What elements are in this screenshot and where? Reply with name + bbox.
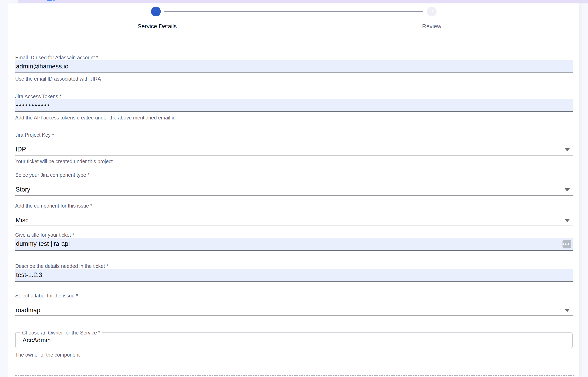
- owner-value: AccAdmin: [16, 337, 51, 344]
- stepper-step-2-label: Review: [387, 23, 476, 30]
- ticket-description-input[interactable]: test-1.2.3: [15, 269, 573, 282]
- email-label: Email ID used for Atlassain account *: [15, 55, 573, 60]
- field-email: Email ID used for Atlassain account * ad…: [15, 55, 573, 82]
- stepper-step-1-label: Service Details: [113, 23, 202, 30]
- issue-label-select[interactable]: roadmap: [15, 305, 573, 316]
- chevron-down-icon: [564, 188, 570, 191]
- chevron-down-icon: [564, 219, 570, 222]
- issue-label-label: Select a label for the issue *: [15, 293, 573, 298]
- ticket-title-value: dummy-test-jira-api: [15, 240, 70, 247]
- ticket-description-label: Describe the details needed in the ticke…: [15, 263, 573, 269]
- issue-component-value: Misc: [15, 217, 29, 224]
- project-key-value: IDP: [15, 146, 26, 153]
- owner-input[interactable]: Choose an Owner for the Service * AccAdm…: [15, 332, 573, 348]
- issue-component-select[interactable]: Misc: [15, 215, 573, 226]
- component-type-select[interactable]: Story: [15, 184, 573, 196]
- project-key-helper-text: Your ticket will be created under this p…: [15, 158, 573, 165]
- partial-logo-icon: [53, 0, 55, 1]
- issue-component-label: Add the component for this issue *: [15, 203, 573, 209]
- ticket-title-input[interactable]: dummy-test-jira-api: [15, 238, 573, 251]
- partial-logo-icon: [47, 0, 52, 1]
- ticket-title-label: Give a title for your ticket *: [15, 232, 573, 238]
- email-helper-text: Use the email ID associated with JIRA: [15, 76, 573, 82]
- stepper-connector-line: [165, 11, 423, 12]
- owner-helper-text: The owner of the component: [15, 352, 573, 358]
- email-value: admin@harness.io: [15, 63, 69, 70]
- field-issue-label: Select a label for the issue * roadmap: [15, 293, 573, 316]
- jira-tokens-masked-value: •••••••••••: [15, 102, 51, 109]
- component-type-label: Selec your Jira component type *: [15, 172, 573, 178]
- bottom-dashed-divider: [15, 375, 575, 376]
- field-ticket-description: Describe the details needed in the ticke…: [15, 263, 573, 282]
- project-key-select[interactable]: IDP: [15, 144, 573, 155]
- edit-ellipsis-icon[interactable]: [563, 240, 571, 248]
- top-purple-bar: [18, 0, 588, 3]
- project-key-label: Jira Project Key *: [15, 132, 573, 138]
- field-issue-component: Add the component for this issue * Misc: [15, 203, 573, 226]
- chevron-down-icon: [564, 148, 570, 151]
- jira-tokens-input[interactable]: •••••••••••: [15, 99, 573, 112]
- issue-label-value: roadmap: [15, 306, 40, 314]
- stepper-step-2-circle[interactable]: 2: [427, 7, 436, 16]
- field-jira-tokens: Jira Access Tokens * ••••••••••• Add the…: [15, 94, 573, 121]
- component-type-value: Story: [15, 186, 30, 193]
- owner-label: Choose an Owner for the Service *: [20, 330, 102, 336]
- field-ticket-title: Give a title for your ticket * dummy-tes…: [15, 232, 573, 251]
- field-component-type: Selec your Jira component type * Story: [15, 172, 573, 196]
- field-project-key: Jira Project Key * IDP Your ticket will …: [15, 132, 573, 165]
- jira-tokens-label: Jira Access Tokens *: [15, 94, 573, 99]
- email-input[interactable]: admin@harness.io: [15, 60, 573, 73]
- field-owner: Choose an Owner for the Service * AccAdm…: [15, 330, 573, 358]
- chevron-down-icon: [564, 309, 570, 312]
- jira-tokens-helper-text: Add the API access tokens created under …: [15, 115, 573, 121]
- stepper-step-1-circle[interactable]: 1: [151, 7, 161, 16]
- ticket-description-value: test-1.2.3: [15, 271, 42, 279]
